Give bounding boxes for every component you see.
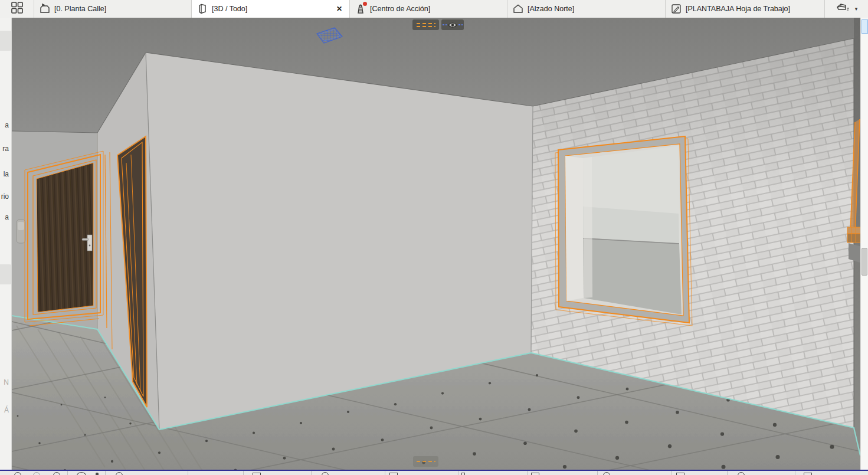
floor-plan-icon bbox=[39, 3, 51, 15]
archicad-window: { "tab_bar": { "tabs": [ { "label": "[0.… bbox=[0, 0, 868, 475]
tab-centro-de-accion[interactable]: [Centro de Acción] bbox=[350, 0, 507, 18]
window-glass bbox=[583, 146, 682, 315]
3d-viewport[interactable] bbox=[12, 18, 860, 470]
3d-view-icon bbox=[196, 3, 208, 15]
scrollbar-top-highlight[interactable] bbox=[862, 19, 868, 34]
elevation-icon bbox=[512, 3, 524, 15]
explore-icon-partial[interactable] bbox=[33, 472, 40, 475]
worksheet-icon bbox=[670, 3, 682, 15]
tab-label: [Alzado Norte] bbox=[528, 5, 660, 13]
option-icon-partial[interactable] bbox=[804, 473, 812, 475]
marquee-toggle-button[interactable] bbox=[412, 19, 439, 30]
material-icon-partial[interactable] bbox=[676, 473, 684, 475]
marquee-dashes-icon bbox=[417, 26, 435, 27]
tab-planta-calle[interactable]: [0. Planta Calle] bbox=[34, 0, 192, 18]
toolbox-item-label-clipped[interactable]: a bbox=[5, 121, 9, 129]
clock-icon-partial[interactable] bbox=[116, 472, 123, 475]
story-icon-partial[interactable] bbox=[531, 473, 539, 475]
quad-view-icon bbox=[11, 1, 24, 17]
view-tab-bar: [0. Planta Calle] [3D / Todo] ✕ [Centro … bbox=[0, 0, 868, 18]
tab-label: [Centro de Acción] bbox=[370, 5, 502, 13]
vertical-scrollbar[interactable] bbox=[860, 18, 868, 470]
marquee-marker-bottom[interactable] bbox=[413, 456, 438, 467]
toolbox-strip-clipped: a ra la rio a N Á bbox=[0, 18, 12, 470]
3d-style-icon bbox=[836, 2, 851, 16]
tab-label: [PLANTABAJA Hoja de Trabajo] bbox=[686, 5, 820, 13]
walk-icon-partial[interactable] bbox=[53, 472, 60, 475]
action-center-icon bbox=[355, 3, 366, 15]
toolbox-item-label-clipped[interactable]: Á bbox=[4, 406, 9, 414]
tab-plantabaja-hoja[interactable]: [PLANTABAJA Hoja de Trabajo] bbox=[666, 0, 825, 18]
3d-styles-dropdown[interactable]: ▾ bbox=[825, 0, 868, 18]
toolbox-item-label-clipped[interactable]: la bbox=[4, 170, 9, 178]
close-tab-icon[interactable]: ✕ bbox=[334, 5, 345, 13]
toolbox-button-partial[interactable] bbox=[0, 31, 12, 51]
notification-dot bbox=[363, 2, 367, 6]
scale-icon-partial[interactable] bbox=[253, 473, 261, 475]
view-icon-partial[interactable] bbox=[77, 472, 86, 475]
level-icon-partial[interactable] bbox=[738, 472, 745, 475]
dot-icon-partial[interactable] bbox=[96, 473, 99, 475]
toolbox-item-label-clipped[interactable]: rio bbox=[1, 192, 9, 201]
status-bar-clipped[interactable] bbox=[0, 470, 868, 475]
tab-alzado-norte[interactable]: [Alzado Norte] bbox=[507, 0, 666, 18]
blue-dash-icon bbox=[443, 24, 447, 25]
tab-label: [0. Planta Calle] bbox=[54, 5, 186, 13]
scrollbar-thumb[interactable] bbox=[862, 248, 867, 276]
toolbox-item-label-clipped[interactable]: ra bbox=[2, 145, 9, 153]
tab-3d-todo[interactable]: [3D / Todo] ✕ bbox=[192, 0, 350, 18]
chevron-down-icon: ▾ bbox=[855, 6, 858, 12]
eye-icon bbox=[448, 22, 457, 28]
marquee-dashes-icon bbox=[417, 461, 435, 462]
toolbox-item-label-clipped[interactable]: a bbox=[5, 213, 9, 221]
layer-icon-partial[interactable] bbox=[389, 473, 398, 475]
marquee-dashes-icon bbox=[417, 23, 435, 24]
pen-icon-partial[interactable] bbox=[322, 472, 329, 475]
wall-switch bbox=[17, 220, 25, 243]
tab-label: [3D / Todo] bbox=[212, 5, 330, 13]
quad-view-button[interactable] bbox=[0, 0, 34, 18]
column-icon-partial[interactable] bbox=[461, 473, 465, 475]
visibility-eye-button[interactable] bbox=[441, 19, 464, 30]
toolbox-item-label-clipped[interactable]: N bbox=[4, 378, 9, 386]
toolbox-button-partial[interactable] bbox=[0, 264, 12, 284]
priority-icon-partial[interactable] bbox=[603, 472, 610, 475]
3d-scene bbox=[12, 18, 860, 470]
selected-window[interactable] bbox=[555, 136, 692, 326]
blue-dash-icon bbox=[458, 24, 463, 25]
orbit-icon-partial[interactable] bbox=[14, 472, 21, 475]
